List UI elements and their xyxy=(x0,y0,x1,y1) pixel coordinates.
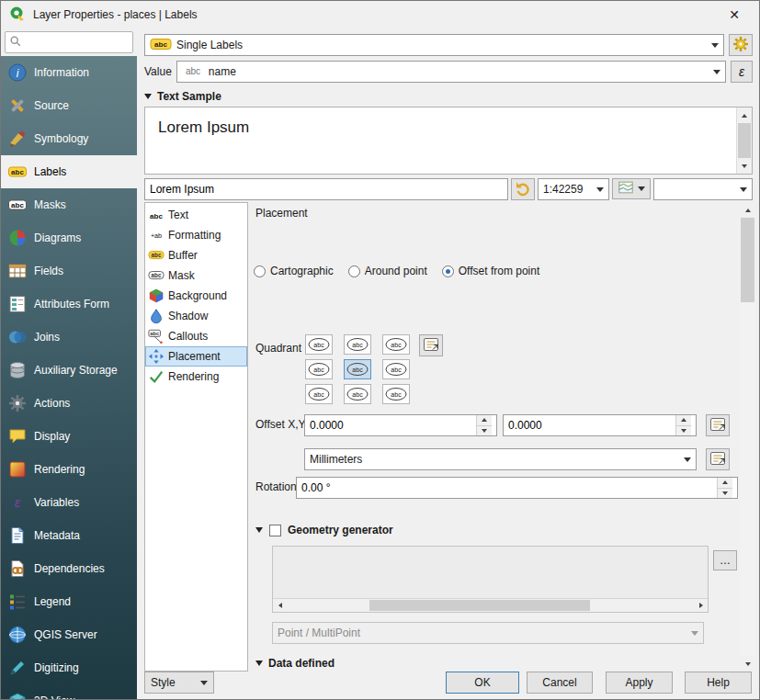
scroll-left-icon[interactable] xyxy=(273,599,287,612)
sidebar-item-variables[interactable]: εVariables xyxy=(1,486,137,519)
sidebar-item-legend[interactable]: Legend xyxy=(1,585,137,618)
data-defined-section-header[interactable]: Data defined xyxy=(255,657,335,670)
scrollbar-thumb[interactable] xyxy=(369,600,590,611)
rendering-icon xyxy=(7,459,28,480)
step-up-icon[interactable] xyxy=(718,478,732,488)
tab-buffer[interactable]: abcBuffer xyxy=(145,245,247,265)
step-down-icon[interactable] xyxy=(477,425,492,436)
sidebar-item-source[interactable]: Source xyxy=(1,89,137,122)
tab-placement[interactable]: Placement xyxy=(145,346,247,367)
quadrant-button-2[interactable]: abc xyxy=(382,334,410,355)
sidebar-item-display[interactable]: Display xyxy=(1,420,137,453)
step-down-icon[interactable] xyxy=(676,425,691,436)
help-button[interactable]: Help xyxy=(685,672,752,694)
offset-x-steppers[interactable] xyxy=(476,415,492,435)
rotation-input[interactable] xyxy=(301,478,712,498)
units-data-defined-button[interactable] xyxy=(706,448,730,470)
quadrant-button-7[interactable]: abc xyxy=(344,384,371,404)
sample-controls-row: 1:42259 xyxy=(144,178,753,199)
cancel-button[interactable]: Cancel xyxy=(527,672,593,694)
quadrant-button-6[interactable]: abc xyxy=(305,384,333,404)
geometry-type-combo[interactable]: Point / MultiPoint xyxy=(272,622,704,644)
expression-dialog-button[interactable]: … xyxy=(713,550,737,570)
formatting-tab-icon: +ab xyxy=(148,227,164,243)
sidebar-item-metadata[interactable]: Metadata xyxy=(1,519,137,552)
preview-scale-combo[interactable]: 1:42259 xyxy=(538,178,609,200)
quadrant-button-4[interactable]: abc xyxy=(344,359,371,379)
quadrant-button-1[interactable]: abc xyxy=(344,334,371,355)
value-field-combo[interactable]: abc name xyxy=(176,61,726,83)
text-sample-header[interactable]: Text Sample xyxy=(144,89,221,104)
radio-cartographic[interactable]: Cartographic xyxy=(254,265,334,277)
background-tab-icon xyxy=(148,288,164,304)
sidebar-item-rendering[interactable]: Rendering xyxy=(1,453,137,486)
sidebar-item-3d-view[interactable]: 3D View xyxy=(1,684,137,699)
rotation-steppers[interactable] xyxy=(717,478,732,498)
editor-horizontal-scrollbar[interactable] xyxy=(273,598,708,612)
scroll-down-icon[interactable] xyxy=(740,656,755,672)
offset-data-defined-button[interactable] xyxy=(706,414,730,436)
map-scale-split-button[interactable] xyxy=(612,178,651,199)
apply-button[interactable]: Apply xyxy=(606,672,673,694)
radio-around-point[interactable]: Around point xyxy=(348,265,427,277)
geometry-generator-header[interactable]: Geometry generator xyxy=(255,524,393,536)
sidebar-item-digitizing[interactable]: Digitizing xyxy=(1,651,137,684)
tab-shadow[interactable]: Shadow xyxy=(145,306,247,326)
label-mode-combo[interactable]: abc Single Labels xyxy=(144,34,724,56)
scroll-down-icon[interactable] xyxy=(737,158,752,174)
offset-y-input[interactable] xyxy=(508,415,671,435)
step-up-icon[interactable] xyxy=(477,415,492,425)
sample-text-input[interactable] xyxy=(150,179,503,199)
tab-callouts[interactable]: abcCallouts xyxy=(145,326,247,346)
ok-button[interactable]: OK xyxy=(446,672,519,694)
radio-offset-from-point[interactable]: Offset from point xyxy=(442,265,539,277)
quadrant-button-5[interactable]: abc xyxy=(382,359,410,379)
tab-rendering[interactable]: Rendering xyxy=(145,367,247,387)
offset-y-steppers[interactable] xyxy=(675,415,691,435)
sidebar-item-information[interactable]: iInformation xyxy=(1,56,137,89)
sidebar-item-diagrams[interactable]: Diagrams xyxy=(1,221,137,254)
quadrant-data-defined-button[interactable] xyxy=(419,334,443,356)
sidebar-item-labels[interactable]: abcLabels xyxy=(1,155,137,188)
scrollbar-thumb[interactable] xyxy=(738,123,751,158)
tab-background[interactable]: Background xyxy=(145,286,247,306)
tab-formatting[interactable]: +abFormatting xyxy=(145,225,247,245)
sidebar-item-symbology[interactable]: Symbology xyxy=(1,122,137,155)
scroll-up-icon[interactable] xyxy=(737,107,752,123)
sidebar-item-joins[interactable]: Joins xyxy=(1,321,137,354)
expression-builder-button[interactable]: ε xyxy=(731,61,753,83)
close-icon[interactable]: ✕ xyxy=(718,1,751,28)
scroll-right-icon[interactable] xyxy=(694,599,708,612)
search-input[interactable] xyxy=(26,36,129,49)
geometry-generator-checkbox[interactable] xyxy=(269,525,281,536)
search-field[interactable] xyxy=(5,31,133,53)
scrollbar-thumb[interactable] xyxy=(741,218,754,302)
sidebar-item-actions[interactable]: Actions xyxy=(1,387,137,420)
sidebar-item-auxiliary-storage[interactable]: Auxiliary Storage xyxy=(1,354,137,387)
scroll-up-icon[interactable] xyxy=(740,202,755,218)
sidebar-item-qgis-server[interactable]: QGIS Server xyxy=(1,618,137,651)
sidebar-item-masks[interactable]: abcMasks xyxy=(1,188,137,221)
style-menu-button[interactable]: Style xyxy=(144,672,214,694)
quadrant-button-8[interactable]: abc xyxy=(382,384,410,404)
quadrant-button-3[interactable]: abc xyxy=(305,359,333,379)
quadrant-button-0[interactable]: abc xyxy=(305,334,333,355)
step-up-icon[interactable] xyxy=(676,415,691,425)
panel-scrollbar[interactable] xyxy=(740,202,755,672)
tab-text[interactable]: abcText xyxy=(145,205,247,225)
sidebar-item-fields[interactable]: Fields xyxy=(1,254,137,288)
sidebar-item-dependencies[interactable]: Dependencies xyxy=(1,552,137,585)
automated-placement-settings-button[interactable] xyxy=(729,34,753,56)
reset-sample-text-button[interactable] xyxy=(511,178,535,200)
offset-y-spinbox xyxy=(503,414,697,436)
value-field-name: name xyxy=(209,65,236,78)
tab-mask[interactable]: abcMask xyxy=(145,265,247,286)
step-down-icon[interactable] xyxy=(718,488,732,499)
sidebar-item-attributes-form[interactable]: Attributes Form xyxy=(1,288,137,321)
shadow-tab-icon xyxy=(148,308,164,324)
sample-background-combo[interactable] xyxy=(653,178,753,200)
offset-x-input[interactable] xyxy=(310,415,471,435)
offset-units-combo[interactable]: Millimeters xyxy=(304,448,697,470)
sample-scrollbar[interactable] xyxy=(736,107,752,174)
geometry-generator-expression-editor[interactable] xyxy=(272,546,709,613)
